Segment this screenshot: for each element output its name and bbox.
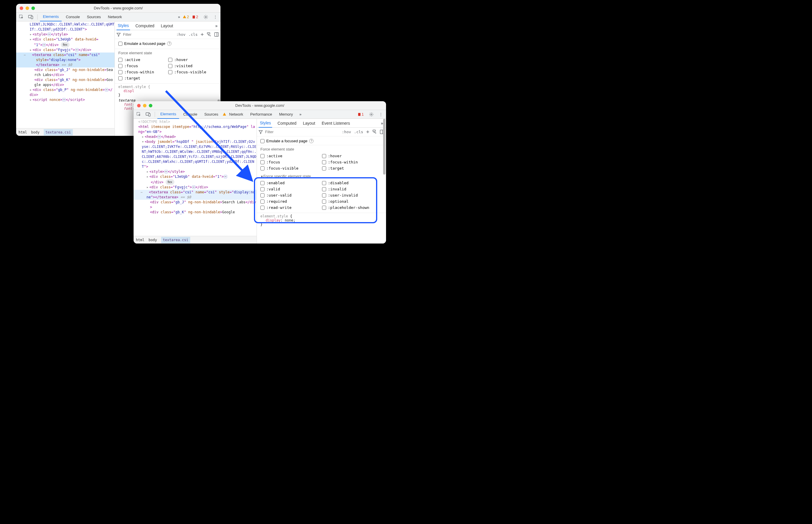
tab-layout[interactable]: Layout bbox=[302, 119, 317, 128]
state-focus-within[interactable]: :focus-within bbox=[322, 159, 383, 165]
close-icon[interactable] bbox=[20, 6, 23, 10]
ellipsis-icon[interactable]: ⋯ bbox=[75, 48, 79, 52]
inspect-icon[interactable] bbox=[135, 111, 143, 118]
breadcrumb[interactable]: html body textarea.csi bbox=[133, 236, 257, 244]
crumb-html[interactable]: html bbox=[136, 238, 144, 242]
filter-input[interactable] bbox=[123, 32, 172, 37]
state-hover[interactable]: :hover bbox=[168, 57, 217, 63]
emulate-focused-checkbox[interactable]: Emulate a focused page ? bbox=[260, 138, 383, 144]
state-focus[interactable]: :focus bbox=[260, 159, 321, 165]
selected-dom-node[interactable]: ⋯ <textarea class="csi" name="csi" style… bbox=[133, 190, 257, 200]
state-visited[interactable]: :visited bbox=[168, 63, 217, 69]
new-style-icon[interactable]: + bbox=[366, 129, 369, 135]
tab-computed[interactable]: Computed bbox=[134, 21, 156, 30]
state-hover[interactable]: :hover bbox=[322, 153, 383, 159]
gear-icon[interactable] bbox=[367, 111, 376, 118]
tab-event-listeners[interactable]: Event Listeners bbox=[321, 119, 351, 128]
emulate-focused-checkbox[interactable]: Emulate a focused page ? bbox=[118, 41, 217, 46]
flex-badge[interactable]: flex bbox=[165, 179, 174, 185]
crumb-body[interactable]: body bbox=[31, 130, 39, 134]
state-target[interactable]: :target bbox=[322, 165, 383, 171]
hov-toggle[interactable]: :hov bbox=[176, 32, 186, 37]
crumb-body[interactable]: body bbox=[148, 238, 157, 242]
tab-network[interactable]: Network bbox=[229, 110, 246, 119]
tab-computed[interactable]: Computed bbox=[276, 119, 298, 128]
state-focus[interactable]: :focus bbox=[118, 63, 167, 69]
state-active[interactable]: :active bbox=[260, 153, 321, 159]
inspect-icon[interactable] bbox=[17, 13, 26, 21]
dom-tree[interactable]: <!DOCTYPE html> <html itemscope itemtype… bbox=[133, 119, 257, 236]
brush-icon[interactable] bbox=[207, 32, 211, 37]
state-disabled[interactable]: :disabled bbox=[322, 180, 383, 186]
tab-elements[interactable]: Elements bbox=[40, 13, 62, 21]
tab-layout[interactable]: Layout bbox=[160, 21, 174, 30]
tab-sources[interactable]: Sources bbox=[84, 13, 104, 21]
titlebar[interactable]: DevTools - www.google.com/ bbox=[16, 4, 221, 13]
cls-toggle[interactable]: .cls bbox=[354, 130, 363, 134]
tab-console[interactable]: Console bbox=[180, 110, 200, 119]
maximize-icon[interactable] bbox=[31, 6, 35, 10]
ellipsis-icon[interactable]: ⋯ bbox=[105, 88, 108, 92]
tab-styles[interactable]: Styles bbox=[259, 119, 272, 128]
selected-dom-node[interactable]: ⋯ <textarea class="csi" name="csi" style… bbox=[16, 52, 114, 67]
state-active[interactable]: :active bbox=[118, 57, 167, 63]
tab-styles[interactable]: Styles bbox=[116, 21, 130, 30]
minimize-icon[interactable] bbox=[26, 6, 29, 10]
crumb-textarea[interactable]: textarea.csi bbox=[44, 129, 73, 135]
ellipsis-icon[interactable]: ⋯ bbox=[157, 135, 161, 138]
dom-tree[interactable]: LIENT;JL9QDc:.CLIENT;kWlxhc:.CLIENT;qGMT… bbox=[16, 21, 114, 128]
errors-badge[interactable]: 2 bbox=[192, 15, 198, 19]
minimize-icon[interactable] bbox=[143, 104, 146, 108]
state-user-invalid[interactable]: :user-invalid bbox=[322, 193, 383, 198]
filter-input[interactable] bbox=[265, 130, 314, 134]
flex-badge[interactable]: flex bbox=[61, 42, 69, 48]
crumb-html[interactable]: html bbox=[18, 130, 27, 134]
kebab-menu-icon[interactable]: ⋮ bbox=[377, 111, 385, 118]
state-required[interactable]: :required bbox=[260, 199, 321, 204]
ellipsis-icon[interactable]: ⋯ bbox=[62, 98, 66, 101]
more-style-tabs-icon[interactable]: » bbox=[214, 23, 219, 28]
help-icon[interactable]: ? bbox=[167, 42, 172, 46]
tab-console[interactable]: Console bbox=[63, 13, 83, 21]
ellipsis-icon[interactable]: ⋯ bbox=[164, 170, 168, 174]
state-user-valid[interactable]: :user-valid bbox=[260, 193, 321, 198]
state-enabled[interactable]: :enabled bbox=[260, 180, 321, 186]
more-tabs-icon[interactable]: » bbox=[298, 112, 303, 116]
cls-toggle[interactable]: .cls bbox=[189, 32, 197, 37]
element-style-rule[interactable]: element.style { display: none; } bbox=[257, 213, 386, 227]
ellipsis-icon[interactable]: ⋯ bbox=[192, 185, 195, 189]
kebab-menu-icon[interactable]: ⋮ bbox=[211, 13, 219, 21]
hov-toggle[interactable]: :hov bbox=[342, 130, 351, 134]
panel-toggle-icon[interactable] bbox=[214, 32, 219, 37]
state-valid[interactable]: :valid bbox=[260, 186, 321, 192]
state-focus-visible[interactable]: :focus-visible bbox=[260, 165, 321, 171]
tab-sources[interactable]: Sources bbox=[202, 110, 221, 119]
state-placeholder-shown[interactable]: :placeholder-shown bbox=[322, 205, 383, 210]
maximize-icon[interactable] bbox=[149, 104, 153, 108]
state-focus-visible[interactable]: :focus-visible bbox=[168, 69, 217, 75]
state-read-write[interactable]: :read-write bbox=[260, 205, 321, 210]
crumb-textarea[interactable]: textarea.csi bbox=[161, 237, 190, 243]
state-invalid[interactable]: :invalid bbox=[322, 186, 383, 192]
element-style-rule[interactable]: element.style { displ } bbox=[115, 84, 221, 97]
help-icon[interactable]: ? bbox=[309, 139, 314, 143]
tab-memory[interactable]: Memory bbox=[276, 110, 296, 119]
breadcrumb[interactable]: html body textarea.csi bbox=[16, 128, 114, 136]
ellipsis-icon[interactable]: ⋯ bbox=[48, 33, 51, 36]
state-focus-within[interactable]: :focus-within bbox=[118, 69, 167, 75]
brush-icon[interactable] bbox=[372, 130, 377, 134]
force-specific-state-heading[interactable]: ▼Force specific element state bbox=[260, 174, 383, 178]
gear-icon[interactable] bbox=[202, 13, 210, 21]
more-tabs-icon[interactable]: » bbox=[177, 15, 181, 19]
errors-badge[interactable]: 1 bbox=[357, 112, 364, 116]
ellipsis-icon[interactable]: ⋯ bbox=[224, 175, 227, 178]
state-target[interactable]: :target bbox=[118, 76, 167, 81]
tab-performance[interactable]: Performance bbox=[247, 110, 275, 119]
new-style-icon[interactable]: + bbox=[201, 31, 204, 37]
tab-elements[interactable]: Elements bbox=[157, 110, 179, 119]
state-optional[interactable]: :optional bbox=[322, 199, 383, 204]
device-toggle-icon[interactable] bbox=[144, 111, 153, 118]
ellipsis-icon[interactable]: ⋯ bbox=[42, 43, 46, 47]
device-toggle-icon[interactable] bbox=[27, 13, 35, 21]
close-icon[interactable] bbox=[137, 104, 141, 108]
